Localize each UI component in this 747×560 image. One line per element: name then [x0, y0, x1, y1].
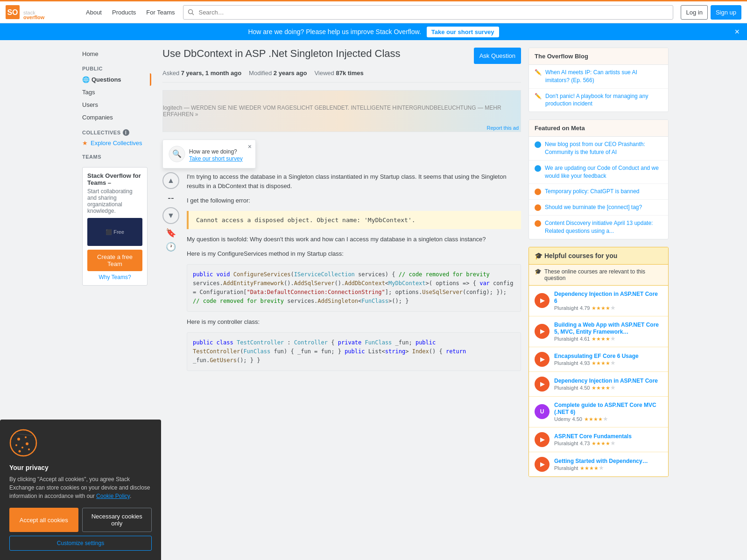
- code-block-2: public class TestController : Controller…: [187, 332, 521, 371]
- blog-link-1[interactable]: Don't panic! A playbook for managing any…: [545, 92, 662, 108]
- blog-item-0: ✏️ When AI meets IP: Can artists sue AI …: [529, 65, 668, 89]
- sidebar-questions-link[interactable]: 🌐Questions: [78, 73, 151, 86]
- course-item-0: ▶ Dependency Injection in ASP.NET Core 6…: [529, 286, 668, 316]
- blog-link-0[interactable]: When AI meets IP: Can artists sue AI imi…: [545, 69, 662, 84]
- svg-point-13: [19, 450, 21, 453]
- svg-point-9: [15, 444, 17, 446]
- svg-text:overflow: overflow: [23, 14, 45, 19]
- cookie-title: Your privacy: [9, 464, 152, 471]
- course-link-0[interactable]: Dependency Injection in ASP.NET Core 6: [554, 291, 658, 304]
- course-link-4[interactable]: Complete guide to ASP.NET Core MVC (.NET…: [554, 402, 656, 415]
- sidebar-item-home[interactable]: Home: [78, 48, 151, 60]
- meta-link-4[interactable]: Content Discovery initiative April 13 up…: [545, 219, 662, 235]
- course-item-5: ▶ ASP.NET Core Fundamentals Pluralsight …: [529, 427, 668, 452]
- blog-item-1: ✏️ Don't panic! A playbook for managing …: [529, 89, 668, 112]
- signup-button[interactable]: Sign up: [711, 5, 741, 20]
- sidebar-home-link[interactable]: Home: [78, 48, 151, 60]
- why-teams-link[interactable]: Why Teams?: [87, 274, 142, 280]
- course-stars-6: ★★★★: [580, 465, 599, 471]
- pencil-icon-1: ✏️: [535, 92, 542, 100]
- course-logo-6: ▶: [535, 457, 550, 472]
- left-sidebar: Home PUBLIC 🌐Questions Tags Users Compan…: [78, 48, 155, 484]
- advertisement: logitech — WERDEN SIE NIE WIEDER VOM RAG…: [162, 90, 521, 132]
- course-link-3[interactable]: Dependency Injection in ASP.NET Core: [554, 378, 658, 384]
- overflow-blog-content: ✏️ When AI meets IP: Can artists sue AI …: [529, 65, 668, 112]
- course-logo-4: U: [535, 404, 550, 419]
- right-sidebar: The Overflow Blog ✏️ When AI meets IP: C…: [529, 48, 669, 484]
- survey-popup-link[interactable]: Take our short survey: [189, 155, 243, 162]
- sidebar-public-section-label: PUBLIC: [78, 60, 151, 73]
- create-team-button[interactable]: Create a free Team: [87, 250, 142, 271]
- history-button[interactable]: 🕐: [166, 242, 176, 252]
- overflow-blog-header: The Overflow Blog: [529, 48, 668, 65]
- teams-desc: Start collaborating and sharing organiza…: [87, 188, 142, 214]
- courses-subtitle: 🎓 These online courses are relevant to t…: [529, 265, 668, 286]
- survey-popup-close[interactable]: ×: [248, 143, 252, 150]
- body-p3: My question is twofold: Why doesn't this…: [187, 235, 521, 244]
- meta-link-0[interactable]: New blog post from our CEO Prashanth: Co…: [545, 140, 662, 156]
- sidebar-tags-link[interactable]: Tags: [78, 86, 151, 98]
- meta-link-2[interactable]: Temporary policy: ChatGPT is banned: [545, 188, 640, 196]
- body-p1: I'm trying to access the database in a S…: [187, 172, 521, 190]
- featured-meta-content: New blog post from our CEO Prashanth: Co…: [529, 137, 668, 238]
- course-link-2[interactable]: Encapsulating EF Core 6 Usage: [554, 353, 639, 359]
- survey-banner: How are we doing? Please help us improve…: [0, 23, 747, 40]
- courses-content: ▶ Dependency Injection in ASP.NET Core 6…: [529, 286, 668, 476]
- sidebar-collectives-link[interactable]: ★ Explore Collectives: [78, 138, 151, 148]
- meta-link-1[interactable]: We are updating our Code of Conduct and …: [545, 164, 662, 180]
- main-content: Use DbContext in ASP .Net Singleton Inje…: [155, 48, 529, 484]
- vote-column: ▲ -- ▼ 🔖 🕐: [162, 172, 179, 377]
- meta-link-3[interactable]: Should we burninate the [connect] tag?: [545, 203, 642, 211]
- banner-survey-link[interactable]: Take our short survey: [427, 27, 499, 37]
- body-p5: Here is my controller class:: [187, 317, 521, 327]
- sidebar-item-questions[interactable]: 🌐Questions: [78, 73, 151, 86]
- question-meta: Asked 7 years, 1 month ago Modified 2 ye…: [162, 70, 521, 83]
- question-body: ▲ -- ▼ 🔖 🕐 I'm trying to access the data…: [162, 172, 521, 377]
- course-meta-5: Pluralsight 4.73 ★★★★★: [554, 440, 662, 447]
- svg-point-12: [28, 448, 30, 450]
- sidebar-collectives-section-label: COLLECTIVES i: [78, 124, 151, 138]
- nav-for-teams[interactable]: For Teams: [141, 5, 179, 20]
- sidebar-item-users[interactable]: Users: [78, 98, 151, 111]
- course-link-1[interactable]: Building a Web App with ASP.NET Core 5, …: [554, 322, 659, 335]
- meta-orange-icon-4: [535, 220, 541, 227]
- course-link-6[interactable]: Getting Started with Dependency…: [554, 458, 648, 464]
- sidebar-companies-link[interactable]: Companies: [78, 111, 151, 124]
- search-input[interactable]: [183, 5, 673, 20]
- survey-popup-text: How are we doing?: [189, 148, 243, 155]
- course-logo-1: ▶: [535, 324, 550, 339]
- report-ad-link[interactable]: Report this ad: [487, 125, 519, 131]
- meta-item-1: We are updating our Code of Conduct and …: [529, 161, 668, 184]
- meta-viewed: Viewed 87k times: [314, 70, 363, 77]
- ask-question-button[interactable]: Ask Question: [474, 48, 521, 64]
- banner-close-button[interactable]: ×: [734, 27, 740, 37]
- sidebar-item-companies[interactable]: Companies: [78, 111, 151, 124]
- nav-products[interactable]: Products: [107, 5, 141, 20]
- meta-item-3: Should we burninate the [connect] tag?: [529, 200, 668, 216]
- nav-about[interactable]: About: [81, 5, 106, 20]
- explore-collectives-link[interactable]: ★ Explore Collectives: [82, 140, 148, 147]
- course-logo-3: ▶: [535, 377, 550, 392]
- site-logo[interactable]: SO stack overflow: [6, 5, 76, 19]
- course-link-5[interactable]: ASP.NET Core Fundamentals: [554, 433, 632, 440]
- bookmark-button[interactable]: 🔖: [166, 228, 176, 238]
- course-item-2: ▶ Encapsulating EF Core 6 Usage Pluralsi…: [529, 347, 668, 372]
- auth-buttons: Log in Sign up: [681, 5, 741, 20]
- ad-placeholder: logitech — WERDEN SIE NIE WIEDER VOM RAG…: [163, 90, 521, 132]
- upvote-button[interactable]: ▲: [162, 172, 179, 189]
- course-info-4: Complete guide to ASP.NET Core MVC (.NET…: [554, 401, 662, 422]
- featured-meta-header: Featured on Meta: [529, 120, 668, 137]
- course-meta-1: Pluralsight 4.61 ★★★★★: [554, 335, 662, 342]
- course-meta-2: Pluralsight 4.93 ★★★★★: [554, 359, 662, 366]
- sidebar-users-link[interactable]: Users: [78, 98, 151, 111]
- course-stars-1: ★★★★: [592, 336, 610, 342]
- login-button[interactable]: Log in: [681, 5, 707, 20]
- course-meta-0: Pluralsight 4.79 ★★★★★: [554, 304, 662, 311]
- downvote-button[interactable]: ▼: [162, 207, 179, 224]
- meta-orange-icon-3: [535, 204, 541, 211]
- cookie-text: By clicking "Accept all cookies", you ag…: [9, 475, 152, 492]
- sidebar-item-tags[interactable]: Tags: [78, 86, 151, 98]
- meta-asked: Asked 7 years, 1 month ago: [162, 70, 241, 77]
- collectives-info-icon[interactable]: i: [123, 129, 129, 136]
- meta-blue-icon-0: [535, 141, 541, 148]
